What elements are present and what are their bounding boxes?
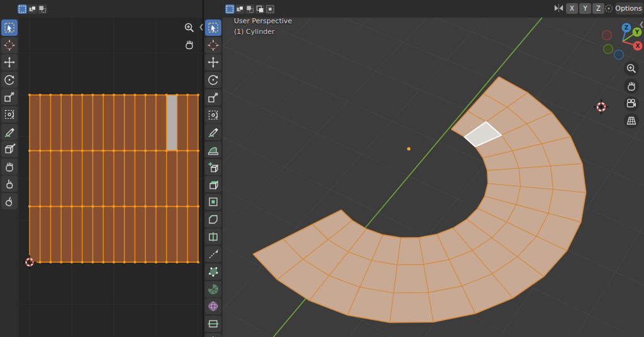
scale-icon: [3, 91, 16, 103]
gizmo-axis--z[interactable]: [614, 50, 624, 60]
navigation-gizmo[interactable]: ZYX: [601, 19, 643, 62]
gizmo-axis-z[interactable]: Z: [622, 23, 631, 33]
uv-face: [135, 206, 146, 262]
select-mode-extend[interactable]: [28, 4, 37, 14]
select-mode-invert-icon: [255, 4, 265, 14]
tool-extrude-region[interactable]: [205, 176, 221, 192]
select-mode-set-icon: [225, 4, 235, 14]
loop-cut-icon: [207, 230, 219, 243]
rotate-icon: [3, 74, 16, 86]
tool-annotate[interactable]: [1, 124, 18, 140]
tool-move[interactable]: [205, 54, 221, 70]
uv-face: [40, 95, 51, 151]
tool-scale[interactable]: [1, 89, 18, 105]
tool-cursor[interactable]: [205, 37, 221, 53]
tool-loop-cut[interactable]: [205, 228, 221, 245]
tool-annotate[interactable]: [205, 124, 221, 140]
mirror-y-button[interactable]: Y: [579, 3, 591, 14]
tool-measure[interactable]: [205, 141, 221, 158]
select-mode-subtract[interactable]: [38, 4, 47, 14]
uv-face: [30, 206, 40, 262]
gizmo-axis--x[interactable]: [602, 31, 612, 40]
zoom-icon: [183, 21, 196, 34]
tool-inset-faces[interactable]: [205, 194, 221, 210]
uv-face: [61, 151, 72, 207]
options-dropdown[interactable]: Options: [616, 3, 643, 14]
tool-select-box[interactable]: [205, 19, 221, 36]
tool-transform[interactable]: [1, 106, 18, 123]
tool-scale[interactable]: [205, 89, 221, 106]
viewport-toolbar: [204, 18, 223, 337]
viewport-sidebar-collapse-arrow[interactable]: ❮: [639, 21, 644, 28]
mesh-symmetry-icon[interactable]: [553, 3, 565, 14]
tool-bevel[interactable]: [205, 211, 221, 228]
proportional-editing-icon[interactable]: [603, 3, 614, 14]
tool-smooth[interactable]: [205, 298, 221, 314]
annotate-icon: [207, 126, 219, 138]
gizmo-axis-y[interactable]: Y: [633, 28, 642, 37]
uv-face: [40, 151, 51, 207]
scale-icon: [207, 91, 219, 104]
uv-editor-canvas[interactable]: [19, 18, 203, 337]
tool-rip-region[interactable]: [1, 141, 18, 157]
nav-pan-button[interactable]: [624, 79, 639, 94]
tool-cursor[interactable]: [1, 37, 18, 53]
select-mode-subtract[interactable]: [245, 4, 255, 14]
uv-face: [51, 151, 62, 207]
uv-editor-header: [0, 0, 203, 18]
tool-rotate[interactable]: [1, 72, 18, 88]
nav-zoom-button[interactable]: [624, 61, 639, 76]
select-mode-extend[interactable]: [235, 4, 245, 14]
nav-camera-button[interactable]: [624, 96, 639, 111]
uv-face: [82, 206, 93, 262]
svg-text:Z: Z: [625, 25, 629, 31]
mirror-x-button[interactable]: X: [566, 3, 578, 14]
select-mode-set-icon: [18, 4, 27, 14]
select-box-icon: [3, 21, 16, 34]
cursor-icon: [3, 39, 16, 52]
tool-poly-build[interactable]: [205, 263, 221, 280]
smooth-icon: [207, 300, 219, 312]
uv-face: [61, 206, 72, 262]
tool-rotate[interactable]: [205, 72, 221, 88]
uv-toolbar: [0, 18, 19, 337]
select-mode-set[interactable]: [225, 4, 235, 14]
select-mode-set[interactable]: [18, 4, 27, 14]
tool-grab[interactable]: [1, 158, 18, 175]
uv-face: [82, 151, 93, 207]
gizmo-axis--y[interactable]: [604, 45, 613, 54]
viewport-header: [204, 0, 644, 18]
tool-transform[interactable]: [205, 107, 221, 123]
mesh-face: [390, 292, 433, 323]
uv-face: [145, 95, 156, 151]
tool-select-box[interactable]: [1, 19, 18, 36]
tool-relax[interactable]: [1, 175, 18, 192]
tool-pinch[interactable]: [1, 193, 18, 209]
nav-pan-button[interactable]: [182, 37, 197, 52]
tool-move[interactable]: [1, 54, 18, 70]
select-mode-intersect[interactable]: [265, 4, 275, 14]
select-mode-invert[interactable]: [255, 4, 265, 14]
uv-sidebar-collapse-arrow[interactable]: ❮: [199, 23, 204, 30]
tool-shrink-fatten[interactable]: [205, 333, 221, 337]
uv-face: [72, 95, 82, 151]
select-box-icon: [207, 21, 219, 34]
inset-faces-icon: [207, 196, 219, 208]
uv-face: [103, 151, 114, 207]
viewport-canvas[interactable]: [204, 18, 644, 337]
uv-face: [125, 206, 135, 262]
tool-knife[interactable]: [205, 246, 221, 262]
uv-face: [114, 151, 125, 207]
cursor-icon: [207, 39, 219, 52]
tool-add-cube[interactable]: [205, 159, 221, 175]
select-mode-subtract-icon: [245, 4, 255, 14]
rip-region-icon: [3, 143, 16, 155]
view-perspective-label: User Perspective: [234, 17, 292, 25]
tool-spin[interactable]: [205, 281, 221, 297]
nav-zoom-button[interactable]: [182, 20, 197, 35]
gizmo-axis-x[interactable]: X: [633, 41, 643, 51]
nav-grid-button[interactable]: [624, 113, 639, 128]
blender-window: { "colors": { "accent_blue": "#4772b3", …: [0, 0, 644, 337]
select-mode-subtract-icon: [38, 4, 47, 14]
tool-edge-slide[interactable]: [205, 316, 221, 332]
